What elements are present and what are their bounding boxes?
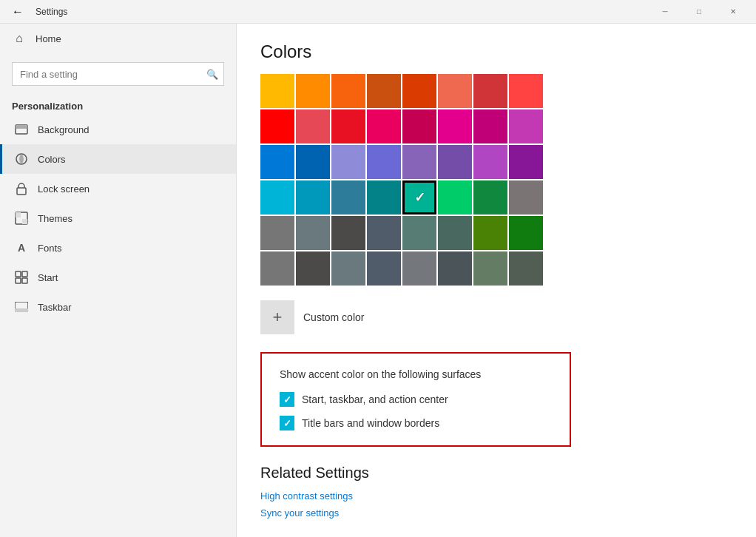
checkbox-taskbar[interactable]: ✓ Start, taskbar, and action center	[280, 392, 552, 407]
color-swatch[interactable]	[260, 145, 294, 179]
color-swatch[interactable]	[402, 251, 436, 286]
related-settings-section: Related Settings High contrast settings …	[260, 465, 732, 519]
back-button[interactable]: ←	[6, 0, 30, 24]
sidebar-label-start: Start	[38, 272, 58, 283]
color-row	[260, 180, 732, 215]
custom-color-button[interactable]: +	[260, 300, 294, 334]
high-contrast-link[interactable]: High contrast settings	[260, 490, 732, 501]
color-swatch[interactable]	[473, 216, 507, 250]
themes-icon	[14, 211, 29, 226]
color-swatch[interactable]	[331, 180, 365, 215]
sidebar-item-background[interactable]: Background	[0, 115, 236, 144]
color-swatch[interactable]	[509, 145, 543, 179]
check-icon: ✓	[283, 394, 291, 405]
svg-rect-9	[16, 278, 21, 283]
svg-rect-5	[16, 212, 21, 217]
home-icon: ⌂	[12, 31, 27, 46]
sidebar-item-colors[interactable]: Colors	[0, 144, 236, 174]
sidebar-label-taskbar: Taskbar	[38, 302, 72, 313]
color-swatch[interactable]	[402, 145, 436, 179]
color-swatch[interactable]	[402, 109, 436, 143]
start-icon	[14, 270, 29, 285]
sidebar-item-home[interactable]: ⌂ Home	[0, 24, 236, 53]
color-row	[260, 145, 732, 179]
maximize-button[interactable]: □	[682, 0, 716, 24]
sidebar-label-themes: Themes	[38, 213, 72, 224]
color-swatch[interactable]	[438, 109, 472, 143]
color-swatch[interactable]	[296, 216, 330, 250]
color-swatch[interactable]	[438, 180, 472, 215]
color-swatch[interactable]	[296, 109, 330, 143]
color-swatch[interactable]	[438, 145, 472, 179]
colors-icon	[14, 152, 29, 166]
color-swatch[interactable]	[260, 109, 294, 143]
custom-color-label: Custom color	[303, 311, 364, 323]
color-swatch[interactable]	[367, 251, 401, 286]
home-label: Home	[36, 33, 61, 44]
color-swatch[interactable]	[260, 180, 294, 215]
color-swatch[interactable]	[367, 145, 401, 179]
color-swatch[interactable]	[367, 74, 401, 108]
color-swatch[interactable]	[367, 109, 401, 143]
svg-rect-12	[15, 308, 28, 312]
color-swatch[interactable]	[367, 216, 401, 250]
sidebar: ⌂ Home 🔍 Personalization Background	[0, 24, 237, 537]
color-swatch[interactable]	[331, 216, 365, 250]
fonts-icon: A	[14, 240, 29, 255]
sync-link[interactable]: Sync your settings	[260, 507, 732, 519]
color-swatch[interactable]	[438, 74, 472, 108]
color-swatch[interactable]	[473, 109, 507, 143]
color-swatch[interactable]	[296, 180, 330, 215]
color-swatch[interactable]	[402, 180, 436, 215]
color-swatch[interactable]	[296, 251, 330, 286]
color-swatch[interactable]	[509, 216, 543, 250]
color-swatch[interactable]	[509, 74, 543, 108]
sidebar-item-themes[interactable]: Themes	[0, 203, 236, 233]
color-swatch[interactable]	[296, 74, 330, 108]
color-swatch[interactable]	[331, 74, 365, 108]
back-icon: ←	[12, 5, 24, 18]
color-swatch[interactable]	[509, 251, 543, 286]
color-swatch[interactable]	[260, 251, 294, 286]
close-button[interactable]: ✕	[716, 0, 750, 24]
svg-rect-8	[22, 271, 27, 277]
search-input[interactable]	[12, 62, 224, 86]
color-swatch[interactable]	[438, 216, 472, 250]
sidebar-label-background: Background	[38, 124, 89, 135]
background-icon	[14, 122, 29, 137]
color-swatch[interactable]	[473, 251, 507, 286]
checkbox-taskbar-box[interactable]: ✓	[280, 392, 294, 407]
color-swatch[interactable]	[509, 109, 543, 143]
checkbox-titlebars-box[interactable]: ✓	[280, 416, 294, 430]
color-swatch[interactable]	[509, 180, 543, 215]
svg-rect-10	[22, 278, 27, 283]
sidebar-label-colors: Colors	[38, 154, 66, 165]
svg-rect-3	[17, 188, 26, 195]
color-row	[260, 216, 732, 250]
color-swatch[interactable]	[402, 216, 436, 250]
sidebar-item-lock-screen[interactable]: Lock screen	[0, 174, 236, 203]
minimize-button[interactable]: ─	[648, 0, 682, 24]
sidebar-item-start[interactable]: Start	[0, 263, 236, 292]
page-title: Colors	[260, 41, 732, 62]
related-settings-title: Related Settings	[260, 465, 732, 482]
color-swatch[interactable]	[296, 145, 330, 179]
color-swatch[interactable]	[438, 251, 472, 286]
color-swatch[interactable]	[331, 109, 365, 143]
color-swatch[interactable]	[402, 74, 436, 108]
titlebar: ← Settings ─ □ ✕	[0, 0, 756, 24]
taskbar-icon	[14, 300, 29, 314]
color-swatch[interactable]	[260, 74, 294, 108]
color-swatch[interactable]	[331, 251, 365, 286]
color-swatch[interactable]	[473, 145, 507, 179]
checkbox-titlebars-label: Title bars and window borders	[302, 417, 439, 429]
sidebar-item-fonts[interactable]: A Fonts	[0, 233, 236, 263]
sidebar-item-taskbar[interactable]: Taskbar	[0, 292, 236, 322]
color-swatch[interactable]	[473, 74, 507, 108]
sidebar-label-fonts: Fonts	[38, 243, 62, 254]
color-swatch[interactable]	[260, 216, 294, 250]
color-swatch[interactable]	[473, 180, 507, 215]
color-swatch[interactable]	[367, 180, 401, 215]
checkbox-titlebars[interactable]: ✓ Title bars and window borders	[280, 416, 552, 430]
color-swatch[interactable]	[331, 145, 365, 179]
